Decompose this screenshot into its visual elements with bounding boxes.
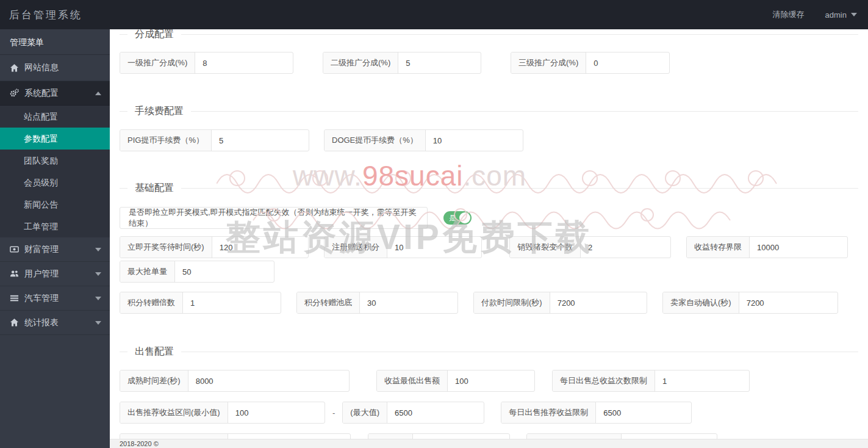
sidebar-item-users[interactable]: 用户管理 (0, 262, 110, 286)
main-content: 分成配置 一级推广分成(%) 二级推广分成(%) 三级推广分成(%) 手续费配置… (110, 29, 868, 448)
username: admin (825, 10, 847, 20)
section-basic-config: 基础配置 是否即抢立即开奖模式,即开模式指定匹配失效（否则为结束统一开奖，需等至… (120, 182, 858, 314)
system-config-submenu: 站点配置 参数配置 团队奖励 会员级别 新闻公告 工单管理 (0, 106, 110, 237)
mature-time-input[interactable] (188, 370, 349, 391)
field-recommend-max: (最大值) (342, 402, 484, 424)
field-daily-sell-times: 每日出售总收益次数限制 (552, 370, 750, 392)
home-icon (10, 63, 19, 73)
sidebar-item-reports[interactable]: 统计报表 (0, 311, 110, 335)
recommend-max-input[interactable] (387, 402, 484, 423)
max-orders-input[interactable] (175, 261, 274, 282)
home-icon (10, 318, 19, 327)
field-level2-share: 二级推广分成(%) (323, 52, 481, 74)
daily-sell-times-input[interactable] (655, 370, 749, 391)
field-income-limit: 收益转存界限 (686, 236, 848, 258)
user-menu[interactable]: admin (825, 10, 857, 20)
section-title: 出售配置 (127, 345, 181, 358)
range-separator: - (325, 408, 342, 417)
money-icon (10, 245, 19, 254)
doge-fee-input[interactable] (426, 130, 523, 151)
toggle-knob (459, 212, 470, 223)
field-level3-share: 三级推广分成(%) (511, 52, 670, 74)
points-pool-input[interactable] (360, 292, 457, 313)
level1-share-input[interactable] (195, 52, 293, 73)
section-title: 手续费配置 (127, 105, 191, 118)
field-recommend-min: 出售推荐收益区间(最小值) (120, 402, 325, 424)
sidebar-item-wealth[interactable]: 财富管理 (0, 237, 110, 262)
gears-icon (10, 89, 19, 98)
sidebar-subitem-site-config[interactable]: 站点配置 (0, 106, 110, 128)
app-title: 后台管理系统 (0, 8, 82, 22)
field-doge-fee: DOGE提币手续费（%） (324, 129, 523, 151)
field-register-points: 注册赠送积分 (324, 236, 482, 258)
field-pay-limit: 付款时间限制(秒) (473, 292, 647, 314)
chevron-down-icon (95, 297, 101, 300)
level3-share-input[interactable] (586, 52, 669, 73)
field-auto-confirm: 卖家自动确认(秒) (662, 292, 838, 314)
sidebar: 管理菜单 网站信息 系统配置 站点配置 参数配置 团队奖励 会员级别 新闻公告 … (0, 29, 110, 448)
chevron-up-icon (95, 92, 101, 95)
sidebar-menu-header: 管理菜单 (0, 29, 110, 55)
daily-recommend-limit-input[interactable] (596, 402, 691, 423)
clear-cache-link[interactable]: 清除缓存 (773, 9, 805, 20)
users-icon (10, 269, 19, 278)
field-daily-recommend-limit: 每日出售推荐收益限制 (501, 402, 692, 424)
sidebar-subitem-news[interactable]: 新闻公告 (0, 193, 110, 215)
field-min-sell: 收益最低出售额 (376, 370, 535, 392)
register-points-input[interactable] (387, 237, 481, 258)
min-sell-input[interactable] (448, 370, 534, 391)
instant-draw-toggle[interactable]: 是 (443, 211, 472, 225)
section-title: 基础配置 (127, 182, 181, 195)
field-destroy-split: 销毁猪裂变个数 (509, 236, 671, 258)
section-title: 分成配置 (127, 29, 181, 41)
footer-copyright: 2018-2020 © (110, 439, 868, 448)
field-mature-time: 成熟时间差(秒) (120, 370, 350, 392)
field-draw-wait: 立即开奖等待时间(秒) (120, 236, 309, 258)
sidebar-subitem-param-config[interactable]: 参数配置 (0, 128, 110, 150)
income-limit-input[interactable] (750, 237, 847, 258)
sidebar-item-website-info[interactable]: 网站信息 (0, 55, 110, 81)
sidebar-subitem-team-reward[interactable]: 团队奖励 (0, 150, 110, 172)
instant-draw-label-box: 是否即抢立即开奖模式,即开模式指定匹配失效（否则为结束统一开奖，需等至开奖结束） (120, 207, 428, 229)
list-icon (10, 294, 19, 303)
level2-share-input[interactable] (398, 52, 481, 73)
sidebar-subitem-member-level[interactable]: 会员级别 (0, 172, 110, 193)
pig-fee-input[interactable] (212, 130, 309, 151)
destroy-split-input[interactable] (581, 237, 670, 258)
chevron-down-icon (851, 13, 857, 16)
field-level1-share: 一级推广分成(%) (120, 52, 293, 74)
chevron-down-icon (95, 272, 101, 276)
sidebar-subitem-work-order[interactable]: 工单管理 (0, 215, 110, 237)
field-points-multiple: 积分转赠倍数 (120, 292, 281, 314)
field-pig-fee: PIG提币手续费（%） (120, 129, 309, 151)
auto-confirm-input[interactable] (739, 292, 838, 313)
sidebar-item-cars[interactable]: 汽车管理 (0, 286, 110, 311)
chevron-down-icon (95, 321, 101, 325)
points-multiple-input[interactable] (183, 292, 281, 313)
field-points-pool: 积分转赠池底 (296, 292, 458, 314)
sidebar-item-system-config[interactable]: 系统配置 (0, 81, 110, 106)
chevron-down-icon (95, 248, 101, 251)
section-share-config: 分成配置 一级推广分成(%) 二级推广分成(%) 三级推广分成(%) (120, 29, 858, 74)
top-navbar: 后台管理系统 清除缓存 admin (0, 0, 868, 29)
section-fee-config: 手续费配置 PIG提币手续费（%） DOGE提币手续费（%） (120, 105, 858, 151)
field-max-orders: 最大抢单量 (120, 261, 274, 283)
draw-wait-input[interactable] (212, 237, 308, 258)
section-sell-config: 出售配置 成熟时间差(秒) 收益最低出售额 每日出售总收益次数限制 出售推荐收益… (120, 345, 858, 444)
recommend-min-input[interactable] (228, 402, 325, 423)
pay-limit-input[interactable] (550, 292, 647, 313)
